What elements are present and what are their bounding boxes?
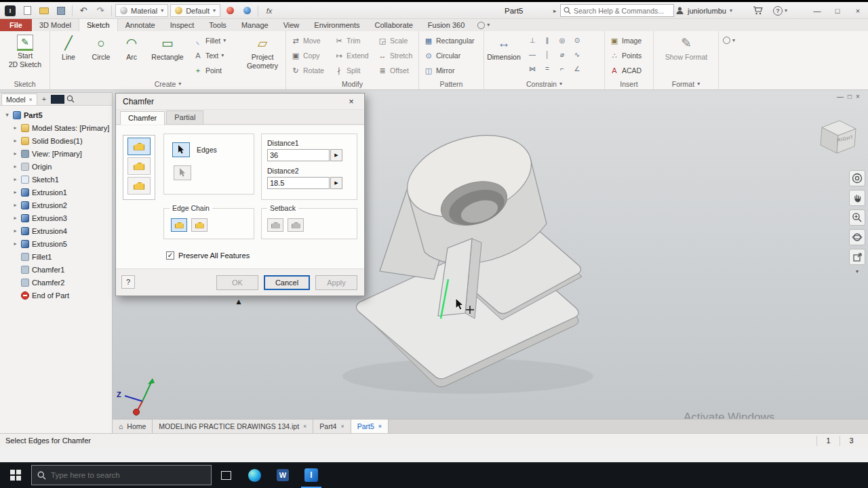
tree-item-model-states[interactable]: ▸Model States: [Primary] [0,121,112,134]
dialog-tab-chamfer[interactable]: Chamfer [120,111,165,125]
tree-item-extrusion5[interactable]: ▸Extrusion5 [0,237,112,250]
doc-restore-icon[interactable]: □ [848,93,852,100]
look-at-button[interactable] [849,249,865,265]
constraint-vertical-icon[interactable]: │ [541,49,553,60]
help-menu[interactable]: ? ▾ [773,2,787,19]
constraint-horizontal-icon[interactable]: — [526,49,538,60]
tab-inspect[interactable]: Inspect [163,19,201,31]
ribbon-display-toggle[interactable]: ▾ [472,19,495,31]
rectangular-pattern-button[interactable]: ▦Rectangular [422,34,477,47]
constraint-symmetric-icon[interactable]: ⋈ [526,64,538,74]
panel-label-constrain[interactable]: Constrain▾ [484,79,604,89]
chamfer-distance-button[interactable] [127,138,151,155]
maximize-button[interactable]: □ [827,2,848,19]
constraint-coincident-icon[interactable]: ⊙ [571,35,583,45]
preserve-checkbox[interactable]: ✓ [166,251,174,260]
dialog-expand-handle[interactable]: ▲ [235,297,243,306]
trim-button[interactable]: ✂Trim [332,34,363,47]
undo-button[interactable]: ↶ [76,4,91,18]
browser-add-tab-button[interactable]: + [39,95,49,103]
line-button[interactable]: ╱ Line [53,35,84,61]
close-icon[interactable]: × [340,423,344,430]
expander-icon[interactable]: ▸ [12,125,18,131]
extend-button[interactable]: ↦Extend [332,49,371,62]
show-format-button[interactable]: ✎ Show Format [663,35,709,61]
user-account-menu[interactable]: juniorlumbu ▾ [675,2,732,19]
inventor-app-button[interactable]: I [297,462,326,488]
tree-item-chamfer1[interactable]: Chamfer1 [0,263,112,276]
word-app-button[interactable]: W [269,462,297,488]
tab-collaborate[interactable]: Collaborate [368,19,420,31]
setback-off-button[interactable] [288,218,304,232]
stretch-button[interactable]: ↔Stretch [376,49,414,62]
expander-icon[interactable]: ▸ [12,228,18,234]
doc-tab-home[interactable]: ⌂ Home [113,420,153,433]
tree-item-extrusion3[interactable]: ▸Extrusion3 [0,211,112,224]
expander-icon[interactable]: ▸ [12,150,18,157]
close-icon[interactable]: × [29,96,33,103]
expander-icon[interactable]: ▸ [12,189,18,195]
cancel-button[interactable]: Cancel [264,275,310,290]
constraint-smooth-icon[interactable]: ∿ [571,49,583,60]
rectangle-button[interactable]: ▭ Rectangle [146,35,189,61]
close-button[interactable]: × [848,2,868,19]
taskbar-search-box[interactable] [31,465,212,485]
text-button[interactable]: A Text ▾ [191,49,226,62]
orbit-button[interactable] [849,229,865,245]
open-button[interactable] [37,4,52,18]
tree-item-fillet1[interactable]: Fillet1 [0,250,112,263]
split-button[interactable]: ∤Split [332,64,362,77]
expander-icon[interactable]: ▸ [12,138,18,144]
constraint-equal-icon[interactable]: = [541,64,553,74]
fillet-button[interactable]: ◟ Fillet ▾ [191,34,228,47]
ribbon-overflow-button[interactable]: ▾ [723,37,735,44]
tree-item-origin[interactable]: ▸Origin [0,160,112,173]
tab-manage[interactable]: Manage [234,19,276,31]
expander-icon[interactable]: ▸ [12,241,18,247]
navbar-more-icon[interactable]: ▾ [856,268,859,274]
task-view-button[interactable] [212,462,240,488]
rotate-button[interactable]: ↻Rotate [289,64,326,77]
circular-pattern-button[interactable]: ⊙Circular [422,49,462,62]
body-select-button[interactable] [174,165,191,180]
points-button[interactable]: ∴Points [608,49,644,62]
panel-label-format[interactable]: Format▾ [654,79,718,89]
store-cart-button[interactable] [753,2,763,19]
tree-item-extrusion1[interactable]: ▸Extrusion1 [0,186,112,199]
tree-item-end-of-part[interactable]: End of Part [0,289,112,302]
tab-annotate[interactable]: Annotate [118,19,163,31]
tab-fusion-360[interactable]: Fusion 360 [420,19,472,31]
dialog-titlebar[interactable]: Chamfer × [116,94,364,110]
redo-button[interactable]: ↷ [93,4,108,18]
constraint-fix-icon[interactable]: ⌐ [556,64,568,74]
scale-button[interactable]: ◲Scale [376,34,410,47]
project-geometry-button[interactable]: ▱ Project Geometry [243,35,282,70]
distance1-input[interactable] [267,149,330,161]
edge-app-button[interactable] [240,462,269,488]
tree-item-view-primary[interactable]: ▸View: [Primary] [0,147,112,160]
expander-icon[interactable]: ▾ [4,112,10,118]
offset-button[interactable]: ≣Offset [376,64,411,77]
pan-button[interactable] [849,190,865,206]
taskbar-search-input[interactable] [51,471,205,479]
minimize-button[interactable]: — [807,2,827,19]
dialog-tab-partial[interactable]: Partial [166,110,203,124]
dialog-close-button[interactable]: × [345,96,357,106]
circle-button[interactable]: ○ Circle [85,35,117,61]
ok-button[interactable]: OK [216,275,258,290]
tree-item-sketch1[interactable]: ▸Sketch1 [0,173,112,186]
edge-chain-off-button[interactable] [191,218,208,232]
doc-tab-modeling-practice[interactable]: MODELING PRACTICE DRAWINGS 134.ipt × [153,420,313,433]
tree-item-part5[interactable]: ▾Part5 [0,108,112,121]
dialog-help-button[interactable]: ? [121,275,135,289]
copy-button[interactable]: ▣Copy [289,49,322,62]
setback-on-button[interactable] [267,218,283,232]
constraint-perpendicular-icon[interactable]: ⊥ [526,35,538,45]
distance1-flyout-button[interactable]: ▶ [330,149,342,161]
save-button[interactable] [54,4,68,18]
distance2-flyout-button[interactable]: ▶ [330,177,342,189]
tab-3d-model[interactable]: 3D Model [32,19,79,31]
edge-chain-on-button[interactable] [171,218,187,232]
mirror-button[interactable]: ◫Mirror [422,64,456,77]
appearance-dropdown[interactable]: Default ▾ [170,4,220,17]
